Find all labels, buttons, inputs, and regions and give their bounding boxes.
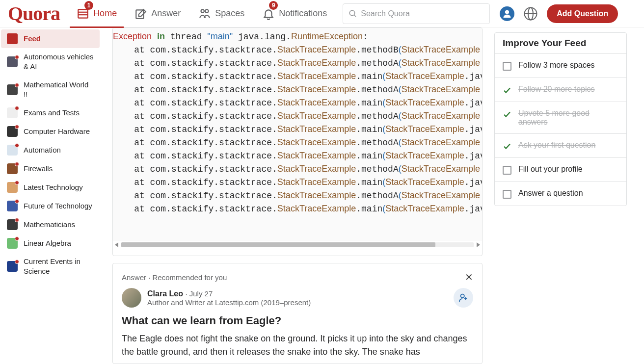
search-wrap (343, 3, 490, 24)
svg-point-5 (205, 9, 209, 12)
answer-meta: Answer · Recommended for you (122, 273, 227, 282)
avatar-icon (502, 9, 512, 19)
globe-icon[interactable] (523, 6, 538, 21)
code-card: Exception in thread "main" java.lang.Run… (112, 27, 483, 256)
rail-item-text: Follow 3 more spaces (518, 61, 595, 70)
unread-dot (15, 106, 19, 110)
space-icon (7, 261, 18, 272)
nav-right: Add Question (500, 4, 618, 23)
code-content: Exception in thread "main" java.lang.Run… (113, 28, 482, 218)
code-card-footer (113, 249, 482, 256)
sidebar-feed[interactable]: Feed (1, 29, 100, 48)
nav-notifications[interactable]: Notifications 9 (255, 0, 334, 27)
answer-author-row: Clara Leo · July 27 Author and Writer at… (122, 288, 473, 308)
close-icon[interactable]: ✕ (465, 271, 473, 283)
sidebar-item[interactable]: Mathematicians (1, 215, 100, 234)
space-icon (7, 201, 18, 211)
main: Exception in thread "main" java.lang.Run… (101, 27, 644, 364)
sidebar-item[interactable]: Exams and Tests (1, 104, 100, 122)
scroll-left-icon[interactable] (115, 242, 118, 247)
sidebar-item[interactable]: Future of Technology (1, 197, 100, 215)
follow-icon[interactable] (454, 288, 473, 308)
spaces-icon (198, 7, 211, 20)
author-name[interactable]: Clara Leo (147, 289, 183, 298)
sidebar-item-label: Current Events in Science (24, 257, 94, 277)
rail-item[interactable]: Ask your first question (495, 134, 626, 158)
sidebar-item[interactable]: Latest Technology (1, 178, 100, 197)
check-icon (503, 86, 511, 95)
scroll-right-icon[interactable] (477, 242, 480, 247)
avatar[interactable] (500, 6, 514, 21)
sidebar-item[interactable]: Computer Hardware (1, 122, 100, 141)
sidebar-item[interactable]: Autonomous vehicles & AI (1, 48, 100, 76)
rail-item[interactable]: Upvote 5 more good answers (495, 102, 626, 134)
top-nav: Quora Home 1 Answer Spaces Notifications… (0, 0, 644, 27)
search-input[interactable] (343, 3, 490, 24)
sidebar-item-label: Firewalls (24, 164, 94, 174)
add-question-button[interactable]: Add Question (547, 4, 618, 23)
unread-dot (15, 55, 19, 59)
check-icon (503, 110, 511, 119)
space-icon (7, 107, 18, 118)
unread-dot (15, 143, 19, 148)
svg-point-6 (350, 10, 355, 16)
layout: Feed Autonomous vehicles & AIMathematica… (0, 27, 644, 364)
rail-item[interactable]: Answer a question (495, 182, 626, 206)
nav-answer-label: Answer (151, 8, 181, 19)
home-badge: 1 (84, 1, 93, 10)
rail-title: Improve Your Feed (495, 33, 626, 54)
answer-title[interactable]: What can we learn from Eagle? (122, 314, 473, 327)
sidebar-item[interactable]: Automation (1, 141, 100, 159)
sidebar-item[interactable]: Mathematical World !! (1, 76, 100, 104)
svg-line-7 (354, 15, 356, 17)
author-bio: Author and Writer at Latesttip.com (2019… (147, 298, 311, 307)
nav-spaces-label: Spaces (215, 8, 244, 19)
answer-icon (134, 7, 147, 20)
sidebar-item-label: Linear Algebra (24, 238, 94, 248)
space-icon (7, 219, 18, 230)
sidebar-item[interactable]: Firewalls (1, 159, 100, 178)
author-text: Clara Leo · July 27 Author and Writer at… (147, 289, 311, 307)
unread-dot (15, 236, 19, 241)
sidebar-item-label: Mathematical World !! (24, 80, 94, 100)
sidebar-item[interactable]: Linear Algebra (1, 234, 100, 253)
svg-point-8 (505, 10, 509, 14)
checkbox-icon (503, 62, 511, 71)
unread-dot (15, 162, 19, 166)
sidebar-item-label: Future of Technology (24, 201, 94, 211)
rail-item-text: Follow 20 more topics (518, 85, 595, 94)
unread-dot (15, 125, 19, 129)
answer-card: Answer · Recommended for you ✕ Clara Leo… (112, 263, 483, 364)
unread-dot (15, 260, 19, 264)
improve-feed-card: Improve Your Feed Follow 3 more spacesFo… (494, 32, 627, 206)
scroll-thumb[interactable] (121, 242, 435, 247)
sidebar-item-label: Automation (24, 145, 94, 155)
author-avatar[interactable] (122, 288, 141, 308)
nav-home[interactable]: Home 1 (70, 0, 124, 27)
nav-answer[interactable]: Answer (128, 0, 188, 27)
checkbox-icon (503, 166, 511, 175)
code-block[interactable]: Exception in thread "main" java.lang.Run… (113, 28, 482, 241)
sidebar-item-label: Autonomous vehicles & AI (24, 52, 94, 72)
feed-column: Exception in thread "main" java.lang.Run… (112, 27, 483, 364)
unread-dot (15, 181, 19, 185)
svg-point-4 (201, 9, 205, 12)
nav-spaces[interactable]: Spaces (191, 0, 251, 27)
sidebar-item[interactable]: Current Events in Science (1, 253, 100, 281)
logo[interactable]: Quora (8, 2, 66, 25)
sidebar-feed-label: Feed (24, 34, 94, 44)
space-icon (7, 126, 18, 137)
rail-item[interactable]: Follow 3 more spaces (495, 54, 626, 78)
sidebar-item-label: Mathematicians (24, 220, 94, 230)
notifications-badge: 9 (269, 1, 278, 10)
feed-icon (7, 33, 18, 44)
sidebar: Feed Autonomous vehicles & AIMathematica… (0, 27, 101, 364)
unread-dot (15, 83, 19, 87)
horizontal-scrollbar[interactable] (113, 241, 482, 249)
space-icon (7, 163, 18, 174)
sidebar-item-label: Latest Technology (24, 182, 94, 192)
rail-item[interactable]: Fill out your profile (495, 158, 626, 182)
space-icon (7, 145, 18, 156)
scroll-track[interactable] (121, 242, 474, 247)
rail-item[interactable]: Follow 20 more topics (495, 78, 626, 102)
